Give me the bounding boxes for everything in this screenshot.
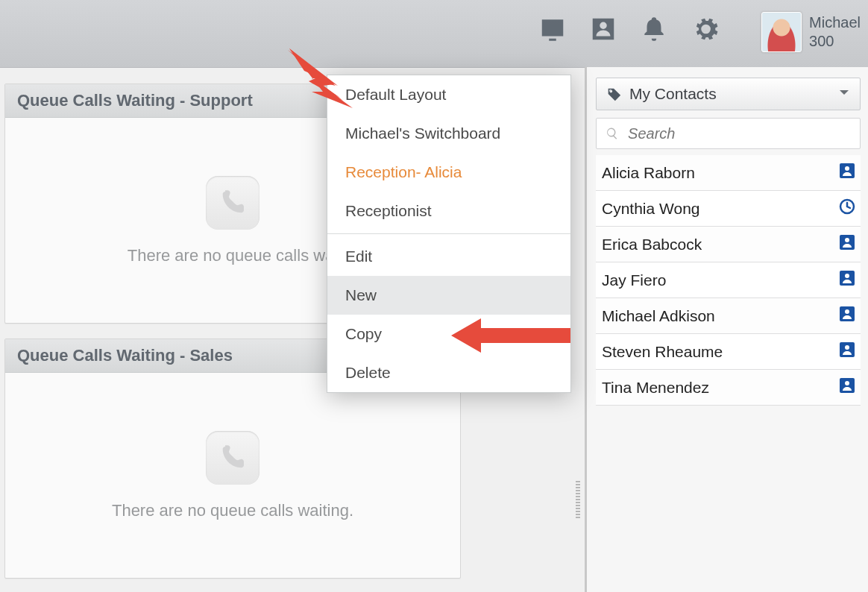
context-layout-item[interactable]: Receptionist [327,192,570,230]
monitor-icon[interactable] [538,15,567,46]
context-layout-item[interactable]: Michael's Switchboard [327,114,570,153]
contact-row[interactable]: Alicia Raborn [596,155,861,191]
presence-icon [838,233,856,255]
context-action-new[interactable]: New [327,276,570,315]
gears-icon[interactable] [691,15,719,46]
contact-list: Alicia RabornCynthia WongErica BabcockJa… [596,155,861,406]
contact-name: Alicia Raborn [602,164,695,182]
phone-icon [206,431,260,485]
context-separator [327,233,570,234]
presence-icon [838,162,856,183]
queue-empty-text: There are no queue calls waiting. [112,501,353,520]
tag-icon [606,86,622,102]
annotation-arrow-icon [282,48,353,108]
contact-row[interactable]: Erica Babcock [596,227,861,262]
presence-icon [838,305,856,327]
search-icon [606,126,619,141]
user-ext: 300 [809,32,861,51]
context-layout-item[interactable]: Default Layout [327,75,570,114]
contact-name: Erica Babcock [602,236,702,254]
annotation-arrow-icon [451,317,570,354]
presence-icon [838,269,856,291]
user-block[interactable]: Michael 300 [761,12,861,52]
svg-point-13 [845,381,849,385]
top-toolbar: Michael 300 [0,0,868,68]
contact-name: Cynthia Wong [602,200,700,218]
contact-name: Jay Fiero [602,271,666,289]
contact-name: Michael Adkison [602,307,715,325]
contact-row[interactable]: Tina Menendez [596,370,861,406]
clock-icon [838,198,856,219]
contact-icon[interactable] [589,15,617,46]
splitter-handle[interactable] [576,481,580,518]
search-input[interactable] [626,125,851,143]
user-name: Michael [809,13,861,32]
contacts-sidebar: My Contacts Alicia RabornCynthia WongEri… [585,67,868,592]
svg-point-9 [845,309,849,314]
bell-icon[interactable] [640,15,668,46]
svg-point-2 [845,166,849,171]
contacts-dropdown-label: My Contacts [629,85,717,103]
contact-row[interactable]: Cynthia Wong [596,191,861,227]
contact-name: Steven Rheaume [602,343,723,361]
contacts-dropdown[interactable]: My Contacts [596,78,861,110]
contact-row[interactable]: Jay Fiero [596,262,861,298]
phone-icon [206,176,260,230]
context-action-delete[interactable]: Delete [327,353,570,392]
svg-point-5 [845,238,849,242]
contacts-search[interactable] [596,118,861,149]
context-layout-item[interactable]: Reception- Alicia [327,153,570,192]
queue-body: There are no queue calls waiting. [5,373,460,579]
svg-point-0 [609,89,611,92]
queue-empty-text: There are no queue calls wai [128,246,339,265]
svg-point-11 [845,345,849,350]
svg-marker-17 [451,318,570,353]
avatar [761,12,802,52]
contact-name: Tina Menendez [602,379,709,397]
contact-row[interactable]: Steven Rheaume [596,334,861,370]
svg-point-7 [845,274,849,278]
chevron-down-icon [837,85,851,103]
user-text: Michael 300 [809,13,861,51]
presence-icon [838,341,856,362]
context-action-edit[interactable]: Edit [327,237,570,276]
contact-row[interactable]: Michael Adkison [596,298,861,334]
presence-icon [838,377,856,398]
